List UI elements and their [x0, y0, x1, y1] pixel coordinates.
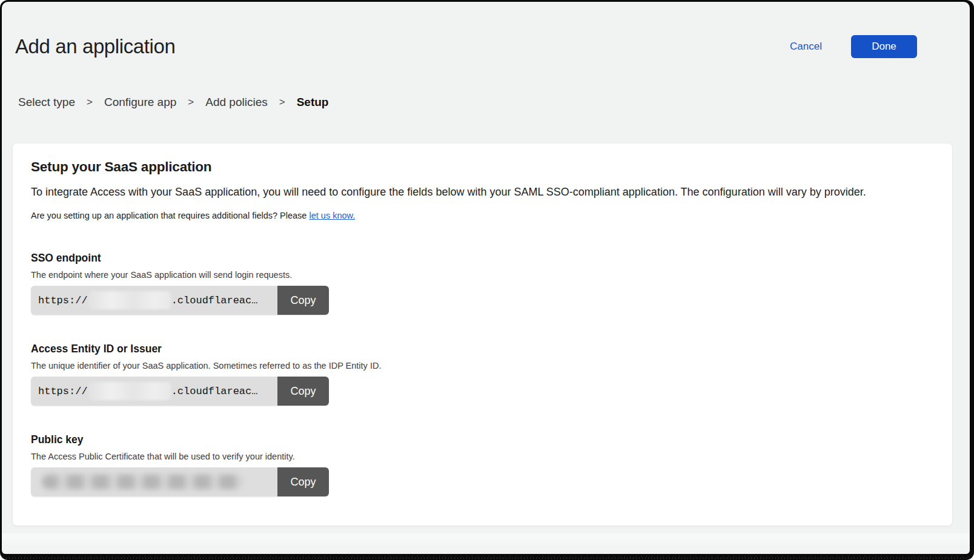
public-key-copy-button[interactable]: Copy [277, 467, 329, 496]
done-button[interactable]: Done [851, 35, 917, 58]
page-title: Add an application [15, 35, 175, 58]
redacted-text-blur [42, 475, 243, 489]
page-header: Add an application Cancel Done [15, 35, 917, 58]
card-heading: Setup your SaaS application [31, 159, 934, 175]
public-key-section: Public key The Access Public Certificate… [31, 433, 934, 496]
card-note-text: Are you setting up an application that r… [31, 211, 934, 220]
access-entity-id-value-suffix: .cloudflareac… [171, 386, 258, 397]
access-entity-id-label: Access Entity ID or Issuer [31, 343, 934, 355]
card-intro-text: To integrate Access with your SaaS appli… [31, 186, 934, 199]
setup-card: Setup your SaaS application To integrate… [12, 143, 953, 526]
window-frame: Add an application Cancel Done Select ty… [0, 0, 974, 560]
breadcrumb: Select type > Configure app > Add polici… [18, 96, 970, 109]
sso-endpoint-label: SSO endpoint [31, 252, 934, 265]
breadcrumb-separator: > [87, 96, 93, 108]
header-actions: Cancel Done [790, 35, 917, 58]
sso-endpoint-field: https:// .cloudflareac… Copy [31, 286, 329, 315]
redacted-text-blur [88, 291, 171, 309]
access-entity-id-value: https:// .cloudflareac… [31, 377, 277, 406]
breadcrumb-step-select-type[interactable]: Select type [18, 96, 75, 109]
access-entity-id-value-prefix: https:// [38, 386, 88, 397]
public-key-value [31, 467, 277, 496]
card-note-prefix: Are you setting up an application that r… [31, 211, 309, 220]
public-key-field: Copy [31, 467, 329, 496]
sso-endpoint-value-prefix: https:// [38, 295, 88, 306]
let-us-know-link[interactable]: let us know. [309, 211, 355, 220]
cancel-button[interactable]: Cancel [790, 41, 822, 53]
access-entity-id-field: https:// .cloudflareac… Copy [31, 377, 329, 406]
access-entity-id-copy-button[interactable]: Copy [277, 377, 329, 406]
sso-endpoint-section: SSO endpoint The endpoint where your Saa… [31, 252, 934, 315]
breadcrumb-separator: > [188, 96, 194, 108]
bottom-edge-noise [0, 554, 974, 560]
page-background: Add an application Cancel Done Select ty… [2, 2, 970, 554]
breadcrumb-step-setup-current: Setup [297, 96, 329, 109]
access-entity-id-section: Access Entity ID or Issuer The unique id… [31, 343, 934, 406]
breadcrumb-step-configure-app[interactable]: Configure app [104, 96, 176, 109]
public-key-label: Public key [31, 433, 934, 446]
redacted-text-blur [88, 382, 171, 400]
sso-endpoint-value-suffix: .cloudflareac… [171, 295, 258, 306]
breadcrumb-step-add-policies[interactable]: Add policies [205, 96, 267, 109]
breadcrumb-separator: > [279, 96, 285, 108]
public-key-description: The Access Public Certificate that will … [31, 452, 934, 461]
sso-endpoint-value: https:// .cloudflareac… [31, 286, 277, 315]
sso-endpoint-description: The endpoint where your SaaS application… [31, 270, 934, 280]
sso-endpoint-copy-button[interactable]: Copy [277, 286, 329, 315]
access-entity-id-description: The unique identifier of your SaaS appli… [31, 361, 934, 371]
